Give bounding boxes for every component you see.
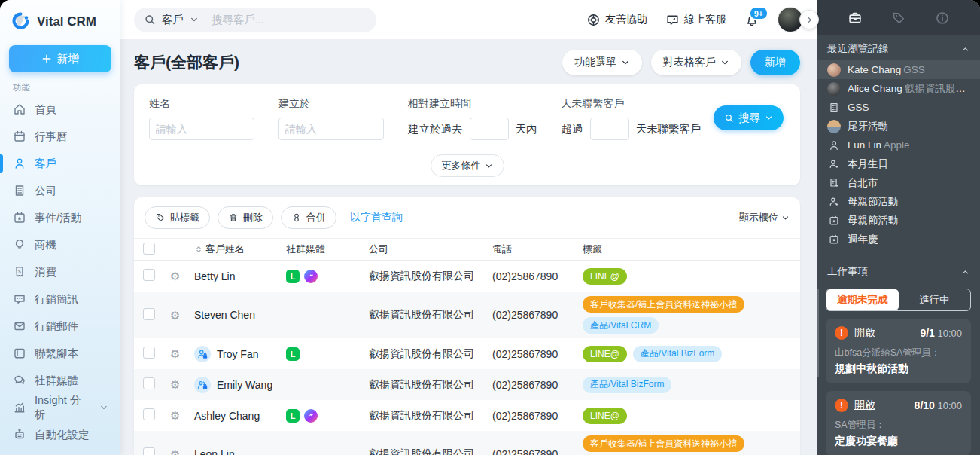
header-customer-name[interactable]: 客戶姓名 xyxy=(205,243,245,256)
sidebar-item-6[interactable]: $消費 xyxy=(0,258,120,286)
tags-cell: 客戶收集器/補上會員資料送神祕小禮 xyxy=(583,435,771,455)
row-settings-gear-icon[interactable]: ⚙ xyxy=(170,379,194,390)
tag-badge[interactable]: 產品/Vital BizForm xyxy=(633,346,722,362)
relative-days-input[interactable] xyxy=(470,118,509,140)
task-card[interactable]: !開啟9/1 10:00由bfsa分派給SA管理員：規劃中秋節活動 xyxy=(826,319,971,383)
table-row[interactable]: ⚙Leon Lin叡揚資訊股份有限公司(02)25867890客戶收集器/補上會… xyxy=(134,431,800,455)
sidebar-item-7[interactable]: 行銷簡訊 xyxy=(0,286,120,313)
recent-history-item[interactable]: 台北市 xyxy=(817,173,980,192)
show-columns-button[interactable]: 顯示欄位 xyxy=(739,211,790,224)
table-row[interactable]: ⚙Ashley ChangL叡揚資訊股份有限公司(02)25867890LINE… xyxy=(134,400,800,431)
sidebar-item-4[interactable]: 事件/活動 xyxy=(0,204,120,231)
chevron-up-icon[interactable] xyxy=(961,268,969,276)
apply-tag-button[interactable]: 貼標籤 xyxy=(145,206,210,229)
created-filter-input[interactable] xyxy=(278,118,384,140)
sidebar-item-1[interactable]: 行事曆 xyxy=(0,123,120,150)
merge-button[interactable]: 合併 xyxy=(281,206,336,229)
sidebar-item-label: 商機 xyxy=(35,238,56,252)
tag-badge[interactable]: LINE@ xyxy=(583,346,627,362)
recent-history-item[interactable]: Kate ChangGSS xyxy=(817,60,980,79)
tasks-tab-overdue[interactable]: 逾期未完成 xyxy=(826,289,899,310)
sidebar-add-new-button[interactable]: 新增 xyxy=(9,45,111,72)
sidebar-item-2[interactable]: 客戶 xyxy=(0,150,120,177)
function-menu-button[interactable]: 功能選單 xyxy=(562,50,642,75)
customer-name-link[interactable]: Betty Lin xyxy=(194,270,286,282)
recent-history-item[interactable]: 週年慶 xyxy=(817,230,980,249)
sidebar-item-8[interactable]: 行銷郵件 xyxy=(0,313,120,340)
select-all-checkbox[interactable] xyxy=(143,243,155,255)
row-checkbox[interactable] xyxy=(143,408,155,420)
tag-badge[interactable]: 產品/Vital BizForm xyxy=(583,377,671,393)
table-row[interactable]: ⚙Steven Chen叡揚資訊股份有限公司(02)25867890客戶收集器/… xyxy=(134,292,800,338)
recent-history-item[interactable]: 母親節活動 xyxy=(817,211,980,230)
recent-history-item[interactable]: 母親節活動 xyxy=(817,192,980,211)
panel-collapse-button[interactable] xyxy=(799,10,819,29)
sidebar-item-10[interactable]: 社群媒體 xyxy=(0,367,120,394)
task-card[interactable]: !開啟8/10 10:00SA管理員：定慶功宴餐廳 xyxy=(826,391,971,455)
delete-button[interactable]: 刪除 xyxy=(218,206,273,229)
global-search-input[interactable]: 客戶 搜尋客戶... xyxy=(134,8,376,32)
recent-history-item[interactable]: GSS xyxy=(817,98,980,117)
row-settings-gear-icon[interactable]: ⚙ xyxy=(170,310,194,321)
tag-badge[interactable]: LINE@ xyxy=(583,408,627,424)
tag-badge[interactable]: 客戶收集器/補上會員資料送神祕小禮 xyxy=(583,435,744,452)
tag-badge[interactable]: 產品/Vital CRM xyxy=(583,317,659,334)
table-row[interactable]: ⚙Betty LinL叡揚資訊股份有限公司(02)25867890LINE@ xyxy=(134,261,800,292)
panel-scrollbar[interactable] xyxy=(817,289,819,377)
notifications-button[interactable]: 9+ xyxy=(744,12,759,27)
sidebar-item-0[interactable]: 首頁 xyxy=(0,96,120,123)
task-open-link[interactable]: 開啟 xyxy=(854,399,875,412)
chevron-down-icon[interactable] xyxy=(190,15,199,24)
search-button[interactable]: 搜尋 xyxy=(714,105,784,130)
sidebar-item-9[interactable]: 聯繫腳本 xyxy=(0,340,120,367)
name-filter-input[interactable] xyxy=(149,118,254,140)
row-settings-gear-icon[interactable]: ⚙ xyxy=(170,348,194,359)
prefix-query-link[interactable]: 以字首查詢 xyxy=(350,211,403,224)
task-open-link[interactable]: 開啟 xyxy=(854,326,875,340)
row-checkbox[interactable] xyxy=(143,377,155,389)
panel-tab-briefcase-icon[interactable] xyxy=(848,11,863,26)
recent-history-item[interactable]: Alice Chang叡揚資訊股份... xyxy=(817,79,980,98)
sidebar-item-5[interactable]: 商機 xyxy=(0,231,120,258)
tags-cell: 產品/Vital BizForm xyxy=(583,377,771,393)
table-row[interactable]: ⚙Emily Wang叡揚資訊股份有限公司(02)25867890產品/Vita… xyxy=(134,369,800,400)
chevron-down-icon[interactable] xyxy=(99,403,108,412)
row-settings-gear-icon[interactable]: ⚙ xyxy=(170,449,194,455)
recent-history-item[interactable]: 尾牙活動 xyxy=(817,117,980,136)
tag-badge[interactable]: 客戶收集器/補上會員資料送神祕小禮 xyxy=(583,296,744,313)
sort-icon[interactable] xyxy=(194,245,203,254)
sidebar-item-12[interactable]: 自動化設定 xyxy=(0,421,120,448)
row-settings-gear-icon[interactable]: ⚙ xyxy=(170,270,194,282)
row-settings-gear-icon[interactable]: ⚙ xyxy=(170,410,194,421)
messenger-icon xyxy=(304,270,318,283)
customer-name-link[interactable]: Troy Fan xyxy=(194,346,286,362)
panel-tab-tag-icon[interactable] xyxy=(891,11,906,26)
sidebar-item-label: 自動化設定 xyxy=(35,428,90,442)
more-conditions-button[interactable]: 更多條件 xyxy=(431,154,504,177)
recent-history-item[interactable]: Fun LinApple xyxy=(817,136,980,154)
search-scope-label[interactable]: 客戶 xyxy=(162,13,184,27)
customer-name-link[interactable]: Ashley Chang xyxy=(194,410,286,422)
table-customers-button[interactable]: 對表格客戶 xyxy=(651,50,741,75)
row-checkbox[interactable] xyxy=(143,447,155,455)
header-company: 公司 xyxy=(369,243,492,256)
sidebar-item-3[interactable]: 公司 xyxy=(0,177,120,204)
uncontacted-days-input[interactable] xyxy=(590,118,629,140)
recent-history-item[interactable]: 本月生日 xyxy=(817,154,980,173)
tag-badge[interactable]: LINE@ xyxy=(583,268,627,285)
add-customer-button[interactable]: 新增 xyxy=(750,50,800,75)
support-button[interactable]: 線上客服 xyxy=(665,13,726,27)
tasks-tab-in-progress[interactable]: 進行中 xyxy=(899,289,971,310)
customer-name-link[interactable]: Emily Wang xyxy=(194,377,286,393)
table-row[interactable]: ⚙Troy FanL叡揚資訊股份有限公司(02)25867890LINE@產品/… xyxy=(134,338,800,369)
panel-tab-info-icon[interactable] xyxy=(935,11,950,26)
row-checkbox[interactable] xyxy=(143,308,155,320)
help-button[interactable]: 友善協助 xyxy=(586,13,647,27)
customer-name-link[interactable]: Steven Chen xyxy=(194,309,286,321)
chevron-up-icon[interactable] xyxy=(961,45,969,53)
row-checkbox[interactable] xyxy=(143,269,155,281)
customer-name-link[interactable]: Leon Lin xyxy=(194,448,286,455)
row-checkbox[interactable] xyxy=(143,347,155,359)
sidebar-item-11[interactable]: Insight 分析 xyxy=(0,394,120,421)
trash-icon xyxy=(228,212,239,223)
